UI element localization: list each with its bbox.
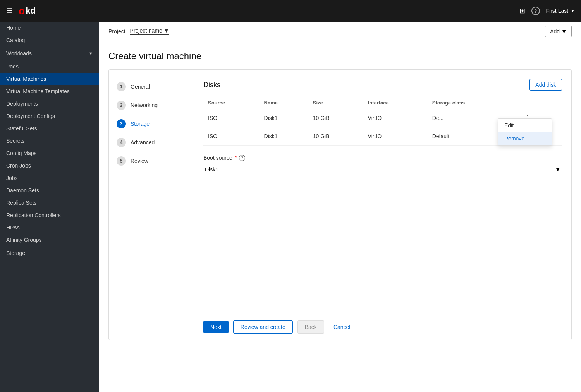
sidebar-group-storage[interactable]: Storage xyxy=(0,246,99,260)
step-2-label: Networking xyxy=(131,102,158,108)
workloads-caret-icon: ▼ xyxy=(89,51,93,56)
wizard-container: 1 General 2 Networking 3 Storage 4 Advan… xyxy=(108,69,572,340)
main-layout: Home Catalog Workloads ▼ Pods Virtual Ma… xyxy=(0,22,581,392)
add-disk-button[interactable]: Add disk xyxy=(529,79,562,91)
cancel-button[interactable]: Cancel xyxy=(329,321,355,333)
boot-source-value: Disk1 xyxy=(205,166,218,173)
sidebar-item-label: Config Maps xyxy=(6,150,37,156)
wizard-nav: 1 General 2 Networking 3 Storage 4 Advan… xyxy=(109,70,194,340)
sidebar-item-cron-jobs[interactable]: Cron Jobs xyxy=(0,159,99,172)
wizard-footer: Next Review and create Back Cancel xyxy=(194,314,571,340)
wizard-step-2[interactable]: 2 Networking xyxy=(109,96,194,115)
col-size: Size xyxy=(308,97,363,109)
col-storage-class: Storage class xyxy=(428,97,517,109)
wizard-step-4[interactable]: 4 Advanced xyxy=(109,133,194,152)
sidebar-item-deployments[interactable]: Deployments xyxy=(0,98,99,110)
step-3-number: 3 xyxy=(117,119,126,128)
boot-source-info-icon[interactable]: ? xyxy=(239,155,245,161)
sidebar-item-secrets[interactable]: Secrets xyxy=(0,135,99,147)
sidebar-item-hpas[interactable]: HPAs xyxy=(0,221,99,234)
step-4-label: Advanced xyxy=(131,139,155,146)
sidebar-item-daemon-sets[interactable]: Daemon Sets xyxy=(0,184,99,197)
user-menu[interactable]: First Last ▼ xyxy=(546,8,575,14)
col-interface: Interface xyxy=(363,97,428,109)
step-5-number: 5 xyxy=(117,156,126,166)
user-caret-icon: ▼ xyxy=(571,9,575,13)
sidebar-item-home[interactable]: Home xyxy=(0,22,99,34)
grid-icon[interactable]: ⊞ xyxy=(519,7,525,15)
boot-source-dropdown[interactable]: Disk1 ▼ xyxy=(203,163,562,176)
step-5-label: Review xyxy=(131,158,148,164)
boot-source-label: Boot source * ? xyxy=(203,155,562,161)
step-3-label: Storage xyxy=(131,121,150,127)
help-icon[interactable]: ? xyxy=(531,7,540,15)
sidebar-item-vm-templates[interactable]: Virtual Machine Templates xyxy=(0,85,99,98)
sidebar-item-label: Virtual Machines xyxy=(6,76,46,82)
boot-source-section: Boot source * ? Disk1 ▼ xyxy=(203,155,562,176)
sidebar-item-stateful-sets[interactable]: Stateful Sets xyxy=(0,122,99,135)
sidebar-item-replication-controllers[interactable]: Replication Controllers xyxy=(0,209,99,221)
disks-title: Disks xyxy=(203,81,220,89)
project-dropdown-caret-icon: ▼ xyxy=(164,27,169,34)
hamburger-menu[interactable]: ☰ xyxy=(6,7,12,15)
sidebar-group-workloads[interactable]: Workloads ▼ xyxy=(0,46,99,60)
sidebar-item-affinity-groups[interactable]: Affinity Groups xyxy=(0,234,99,246)
row2-size: 10 GiB xyxy=(308,127,363,146)
sidebar-item-virtual-machines[interactable]: Virtual Machines xyxy=(0,73,99,85)
top-nav-right: ⊞ ? First Last ▼ xyxy=(519,7,575,15)
add-caret-icon: ▼ xyxy=(561,28,567,34)
sidebar-item-label: HPAs xyxy=(6,224,20,231)
sidebar: Home Catalog Workloads ▼ Pods Virtual Ma… xyxy=(0,22,99,392)
context-menu-remove[interactable]: Remove xyxy=(498,132,552,145)
boot-source-caret-icon: ▼ xyxy=(555,166,560,173)
page-content: Create virtual machine 1 General 2 Netwo… xyxy=(99,41,581,349)
app-logo: okd xyxy=(19,5,36,17)
table-header-row: Source Name Size Interface Storage class xyxy=(203,97,562,109)
back-button: Back xyxy=(297,320,324,334)
sidebar-item-label: Cron Jobs xyxy=(6,163,31,169)
sidebar-item-jobs[interactable]: Jobs xyxy=(0,172,99,184)
row1-size: 10 GiB xyxy=(308,109,363,127)
logo-o: o xyxy=(19,5,25,17)
sidebar-item-label: Daemon Sets xyxy=(6,187,39,193)
sidebar-item-replica-sets[interactable]: Replica Sets xyxy=(0,197,99,209)
disks-section-header: Disks Add disk xyxy=(203,79,562,91)
project-label: Project xyxy=(108,28,125,34)
wizard-body: Disks Add disk Source Name Size Interfac… xyxy=(194,70,571,340)
required-indicator: * xyxy=(235,155,237,161)
sidebar-item-deployment-configs[interactable]: Deployment Configs xyxy=(0,110,99,122)
row2-interface: VirtIO xyxy=(363,127,428,146)
project-name: Project-name xyxy=(130,27,162,34)
project-bar: Project Project-name ▼ Add ▼ xyxy=(99,22,581,41)
sidebar-item-label: Deployments xyxy=(6,101,38,107)
wizard-step-5[interactable]: 5 Review xyxy=(109,152,194,170)
row1-interface: VirtIO xyxy=(363,109,428,127)
review-create-button[interactable]: Review and create xyxy=(233,320,293,334)
row2-name: Disk1 xyxy=(260,127,308,146)
sidebar-item-label: Deployment Configs xyxy=(6,113,55,119)
content-area: Project Project-name ▼ Add ▼ Create virt… xyxy=(99,22,581,392)
step-4-number: 4 xyxy=(117,138,126,147)
step-2-number: 2 xyxy=(117,101,126,110)
col-source: Source xyxy=(203,97,260,109)
logo-kd: kd xyxy=(26,6,36,16)
wizard-step-3[interactable]: 3 Storage xyxy=(109,115,194,133)
user-name: First Last xyxy=(546,8,569,14)
add-button[interactable]: Add ▼ xyxy=(545,26,572,37)
context-menu-edit[interactable]: Edit xyxy=(498,119,552,132)
sidebar-item-label: Affinity Groups xyxy=(6,237,42,243)
sidebar-item-catalog[interactable]: Catalog xyxy=(0,34,99,46)
row1-name: Disk1 xyxy=(260,109,308,127)
row2-source: ISO xyxy=(203,127,260,146)
sidebar-item-pods[interactable]: Pods xyxy=(0,60,99,73)
sidebar-item-label: Replication Controllers xyxy=(6,212,61,218)
sidebar-item-label: Virtual Machine Templates xyxy=(6,88,70,94)
boot-source-text: Boot source xyxy=(203,155,232,161)
sidebar-item-label: Replica Sets xyxy=(6,200,37,206)
project-dropdown[interactable]: Project-name ▼ xyxy=(130,27,169,35)
step-1-label: General xyxy=(131,84,150,90)
sidebar-item-config-maps[interactable]: Config Maps xyxy=(0,147,99,159)
next-button[interactable]: Next xyxy=(203,321,229,333)
wizard-step-1[interactable]: 1 General xyxy=(109,77,194,96)
sidebar-item-label: Stateful Sets xyxy=(6,125,37,132)
